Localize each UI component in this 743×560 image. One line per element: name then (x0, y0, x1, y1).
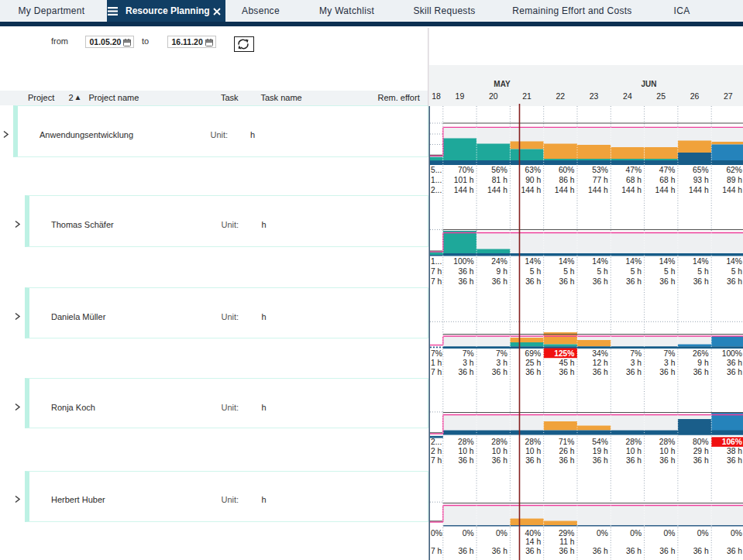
svg-text:3 h: 3 h (463, 359, 474, 367)
svg-text:21: 21 (522, 91, 531, 101)
svg-text:26: 26 (690, 91, 700, 101)
svg-text:3 h: 3 h (664, 359, 676, 367)
svg-text:36 h: 36 h (659, 368, 675, 376)
svg-text:7%: 7% (463, 349, 474, 358)
svg-text:28%: 28% (491, 438, 507, 446)
svg-text:25 h: 25 h (525, 359, 541, 367)
svg-text:28%: 28% (458, 438, 474, 446)
svg-text:7 h: 7 h (431, 547, 442, 555)
svg-text:47%: 47% (659, 166, 676, 174)
svg-text:5 h: 5 h (664, 267, 676, 276)
svg-text:36 h: 36 h (593, 547, 608, 555)
svg-text:7 h: 7 h (431, 456, 442, 465)
svg-text:2...: 2... (431, 186, 442, 194)
svg-text:70%: 70% (458, 166, 474, 174)
svg-text:144 h: 144 h (621, 186, 642, 194)
svg-text:5 h: 5 h (697, 267, 709, 276)
svg-text:36 h: 36 h (727, 547, 742, 555)
svg-text:28%: 28% (525, 438, 542, 446)
svg-text:36 h: 36 h (626, 547, 642, 555)
svg-text:65%: 65% (693, 166, 709, 174)
svg-text:14%: 14% (693, 257, 709, 266)
svg-text:144 h: 144 h (588, 186, 608, 194)
svg-text:5 h: 5 h (563, 267, 575, 276)
svg-text:36 h: 36 h (626, 456, 642, 465)
svg-text:29 h: 29 h (693, 447, 709, 455)
svg-text:36 h: 36 h (727, 359, 742, 367)
svg-text:3 h: 3 h (497, 359, 508, 367)
svg-text:144 h: 144 h (487, 186, 507, 194)
svg-text:26%: 26% (693, 349, 709, 358)
svg-text:26 h: 26 h (559, 447, 574, 455)
svg-text:10 h: 10 h (492, 447, 507, 455)
svg-text:144 h: 144 h (521, 186, 541, 194)
svg-text:36 h: 36 h (559, 547, 574, 555)
svg-text:28%: 28% (625, 438, 642, 446)
svg-text:125%: 125% (554, 349, 574, 358)
svg-text:MAY: MAY (494, 80, 511, 88)
svg-text:36 h: 36 h (559, 368, 574, 376)
svg-text:20: 20 (489, 91, 498, 101)
svg-text:36 h: 36 h (593, 456, 608, 465)
svg-text:101 h: 101 h (454, 176, 474, 184)
svg-text:0%: 0% (496, 529, 507, 538)
svg-text:36 h: 36 h (459, 277, 474, 286)
svg-text:25: 25 (656, 91, 666, 101)
svg-text:24: 24 (623, 91, 632, 101)
svg-text:18: 18 (432, 91, 441, 101)
svg-text:36 h: 36 h (459, 368, 474, 376)
svg-text:100%: 100% (722, 349, 742, 358)
svg-text:2 h: 2 h (431, 447, 442, 455)
svg-text:34%: 34% (592, 349, 608, 358)
svg-text:144 h: 144 h (722, 186, 742, 194)
svg-text:68 h: 68 h (626, 176, 642, 184)
svg-text:36 h: 36 h (559, 456, 574, 465)
svg-text:90 h: 90 h (525, 176, 541, 184)
svg-text:23: 23 (590, 91, 599, 101)
svg-text:36 h: 36 h (559, 277, 574, 286)
svg-text:0%: 0% (664, 529, 676, 538)
svg-text:47%: 47% (625, 166, 642, 174)
svg-text:28%: 28% (659, 438, 676, 446)
svg-text:38 h: 38 h (727, 447, 742, 455)
svg-text:1...: 1... (431, 257, 442, 266)
svg-text:36 h: 36 h (525, 547, 541, 555)
svg-text:5 h: 5 h (597, 267, 608, 276)
svg-text:77 h: 77 h (593, 176, 608, 184)
svg-text:36 h: 36 h (492, 277, 507, 286)
svg-text:36 h: 36 h (459, 547, 474, 555)
svg-text:40%: 40% (525, 529, 542, 538)
svg-text:56%: 56% (491, 166, 507, 174)
svg-text:14%: 14% (592, 257, 608, 266)
svg-text:36 h: 36 h (492, 547, 507, 555)
svg-text:22: 22 (556, 91, 565, 101)
svg-text:10 h: 10 h (459, 447, 474, 455)
svg-text:0%: 0% (731, 529, 742, 538)
svg-text:144 h: 144 h (454, 186, 474, 194)
svg-text:JUN: JUN (641, 80, 656, 88)
svg-text:0%: 0% (697, 529, 709, 538)
svg-text:29%: 29% (559, 529, 575, 538)
svg-text:71%: 71% (559, 438, 575, 446)
svg-text:36 h: 36 h (693, 547, 709, 555)
svg-text:7%: 7% (431, 349, 442, 358)
svg-text:36 h: 36 h (593, 277, 608, 286)
svg-text:14%: 14% (659, 257, 676, 266)
svg-text:89 h: 89 h (727, 176, 742, 184)
svg-text:54%: 54% (592, 438, 608, 446)
svg-text:5 h: 5 h (631, 267, 642, 276)
svg-text:14 h: 14 h (525, 538, 541, 546)
svg-text:36 h: 36 h (626, 277, 642, 286)
svg-text:5 h: 5 h (530, 267, 542, 276)
svg-text:36 h: 36 h (693, 456, 709, 465)
svg-text:86 h: 86 h (559, 176, 574, 184)
svg-text:7 h: 7 h (431, 368, 442, 376)
svg-text:100%: 100% (453, 257, 473, 266)
svg-text:68 h: 68 h (659, 176, 675, 184)
svg-text:80%: 80% (693, 438, 709, 446)
svg-text:9 h: 9 h (697, 359, 709, 367)
svg-text:144 h: 144 h (555, 186, 575, 194)
svg-text:36 h: 36 h (727, 277, 742, 286)
svg-text:36 h: 36 h (659, 456, 675, 465)
svg-text:7%: 7% (664, 349, 676, 358)
